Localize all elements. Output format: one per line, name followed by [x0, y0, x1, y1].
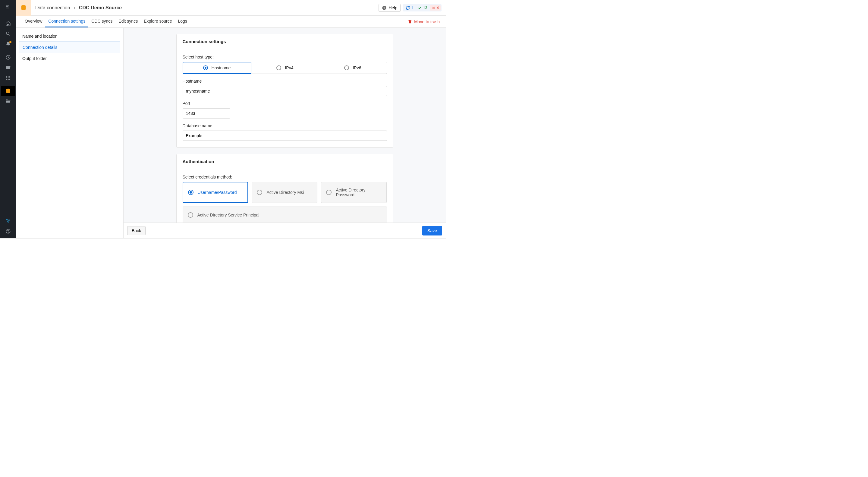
radio-icon [326, 190, 332, 195]
side-connection-details[interactable]: Connection details [19, 41, 120, 53]
authentication-panel: Authentication Select credentials method… [176, 154, 393, 222]
tab-overview[interactable]: Overview [22, 16, 45, 27]
search-icon[interactable] [1, 29, 15, 39]
svg-point-0 [6, 32, 9, 35]
page-header: Data connection › CDC Demo Source ? Help… [16, 0, 446, 16]
connection-settings-panel: Connection settings Select host type: Ho… [176, 34, 393, 148]
status-pill-group: 1 13 4 [403, 4, 441, 11]
chevron-right-icon: › [74, 5, 75, 10]
radio-icon [344, 65, 349, 70]
menu-icon[interactable] [1, 1, 15, 12]
history-icon[interactable] [1, 52, 15, 62]
tab-logs[interactable]: Logs [175, 16, 190, 27]
help-label: Help [389, 5, 397, 10]
err-pill[interactable]: 4 [430, 5, 441, 10]
err-count: 4 [437, 6, 439, 10]
breadcrumb: Data connection › CDC Demo Source [31, 5, 122, 10]
ok-count: 13 [423, 6, 427, 10]
save-button[interactable]: Save [422, 226, 442, 236]
folder-star-icon[interactable] [1, 96, 15, 107]
context-database-icon [16, 0, 31, 16]
breadcrumb-current: CDC Demo Source [79, 5, 122, 10]
logo-icon[interactable] [1, 216, 15, 226]
tabs: Overview Connection settings CDC syncs E… [16, 16, 446, 28]
host-type-group: Hostname IPv4 IPv6 [183, 62, 387, 74]
auth-ad-msi[interactable]: Active Directory Msi [252, 182, 317, 203]
tab-explore-source[interactable]: Explore source [141, 16, 175, 27]
port-input[interactable] [183, 108, 230, 119]
help-button[interactable]: ? Help [378, 4, 401, 12]
settings-sidebar: Name and location Connection details Out… [16, 28, 124, 238]
radio-icon [276, 65, 281, 70]
radio-icon [203, 65, 208, 70]
svg-point-6 [9, 78, 10, 79]
footer: Back Save [124, 222, 446, 238]
apps-icon[interactable] [1, 73, 15, 83]
tab-cdc-syncs[interactable]: CDC syncs [88, 16, 116, 27]
bell-icon[interactable] [1, 39, 15, 49]
ok-pill[interactable]: 13 [416, 5, 429, 10]
database-input[interactable] [183, 130, 387, 141]
sync-pill[interactable]: 1 [404, 5, 415, 10]
tab-edit-syncs[interactable]: Edit syncs [116, 16, 141, 27]
breadcrumb-root[interactable]: Data connection [35, 5, 70, 10]
notification-dot [9, 41, 11, 43]
database-icon[interactable] [1, 86, 15, 96]
hostname-label: Hostname [183, 79, 387, 84]
radio-icon [188, 190, 193, 195]
svg-text:?: ? [384, 6, 385, 9]
auth-options: Username/Password Active Directory Msi A… [183, 182, 387, 222]
authentication-title: Authentication [177, 154, 393, 169]
auth-userpass[interactable]: Username/Password [183, 182, 248, 203]
svg-point-8 [7, 79, 8, 80]
svg-point-12 [8, 232, 8, 233]
host-type-label: Select host type: [183, 55, 387, 59]
help-icon[interactable] [1, 226, 15, 236]
svg-point-5 [7, 78, 8, 79]
side-output-folder[interactable]: Output folder [19, 53, 120, 64]
host-type-ipv4[interactable]: IPv4 [251, 62, 319, 74]
host-type-hostname[interactable]: Hostname [183, 62, 251, 74]
sync-count: 1 [411, 6, 413, 10]
svg-point-7 [6, 79, 7, 80]
database-label: Database name [183, 123, 387, 128]
back-button[interactable]: Back [127, 226, 146, 235]
radio-icon [257, 190, 262, 195]
svg-point-4 [6, 78, 7, 79]
port-label: Port [183, 101, 387, 106]
connection-settings-title: Connection settings [177, 34, 393, 49]
folder-open-icon[interactable] [1, 62, 15, 73]
svg-point-9 [9, 79, 10, 80]
credentials-method-label: Select credentials method: [183, 175, 387, 179]
svg-point-2 [7, 76, 8, 77]
svg-point-1 [6, 76, 7, 77]
trash-label: Move to trash [414, 19, 440, 24]
left-rail [0, 0, 16, 238]
host-type-ipv6[interactable]: IPv6 [319, 62, 387, 74]
move-to-trash-button[interactable]: Move to trash [407, 16, 440, 27]
tab-connection-settings[interactable]: Connection settings [45, 16, 88, 27]
radio-icon [188, 212, 193, 218]
hostname-input[interactable] [183, 86, 387, 96]
auth-ad-password[interactable]: Active Directory Password [321, 182, 387, 203]
svg-point-3 [9, 76, 10, 77]
side-name-location[interactable]: Name and location [19, 31, 120, 41]
home-icon[interactable] [1, 19, 15, 29]
auth-ad-service-principal[interactable]: Active Directory Service Principal [183, 207, 387, 222]
